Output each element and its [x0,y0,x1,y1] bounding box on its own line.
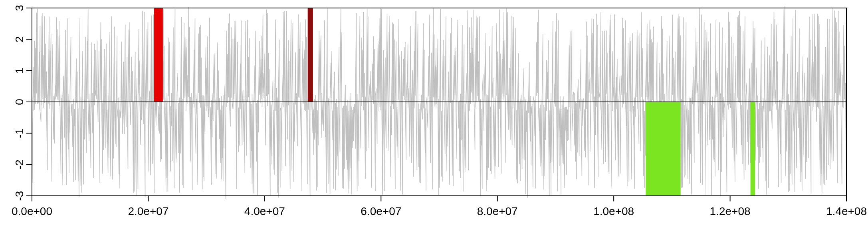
x-tick-label: 4.0e+07 [244,205,285,217]
y-tick-label: -1 [13,128,26,138]
x-tick-label: 1.0e+08 [593,205,634,217]
y-tick-label: -3 [13,191,26,201]
x-tick-label: 8.0e+07 [477,205,518,217]
darkred-block [308,8,313,102]
x-tick-label: 0.0e+00 [12,205,52,217]
y-tick-label: -2 [13,159,26,169]
green-block-thin [751,102,755,196]
y-tick-label: 3 [13,5,26,11]
x-tick-label: 1.4e+08 [826,205,867,217]
y-tick-label: 1 [13,68,26,74]
x-tick-label: 2.0e+07 [128,205,168,217]
red-block-1 [154,8,163,102]
y-tick-label: 0 [13,99,26,105]
green-block-wide [646,102,680,196]
y-tick-label: 2 [13,36,26,43]
chart-svg: -3-2-101230.0e+002.0e+074.0e+076.0e+078.… [0,0,868,231]
x-tick-label: 1.2e+08 [710,205,751,217]
chart-container: -3-2-101230.0e+002.0e+074.0e+076.0e+078.… [0,0,868,231]
x-tick-label: 6.0e+07 [361,205,401,217]
